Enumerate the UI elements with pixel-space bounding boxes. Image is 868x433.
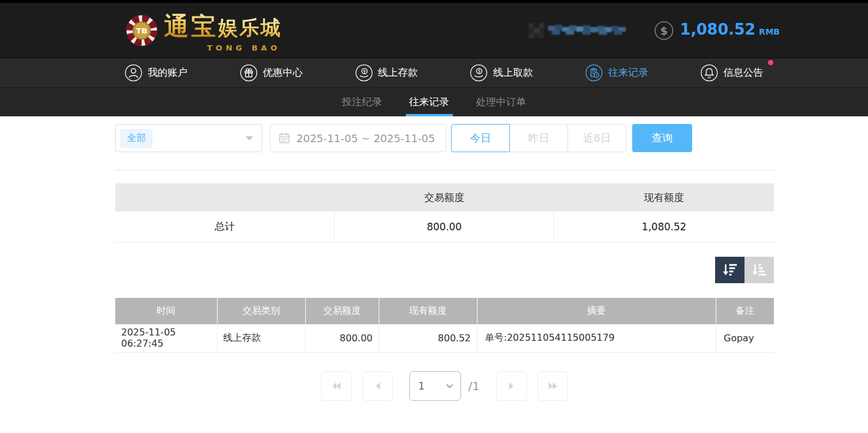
svg-text:$: $ — [478, 69, 481, 74]
pagination: 1 /1 — [115, 371, 774, 401]
col-header-balance: 现有额度 — [379, 298, 477, 324]
type-select-value: 全部 — [121, 129, 152, 147]
summary-transaction-total: 800.00 — [335, 212, 554, 242]
sort-descending-button[interactable] — [715, 257, 745, 283]
col-header-note: 备注 — [716, 298, 774, 324]
tab-transaction-records[interactable]: 往来记录 — [408, 88, 451, 116]
svg-text:$: $ — [660, 24, 668, 36]
hand-dollar-icon: $ — [470, 64, 488, 82]
brand-name-en: TONG BAO — [207, 43, 281, 52]
user-avatar-redacted — [529, 23, 544, 38]
type-select-dropdown[interactable]: 全部 — [115, 124, 262, 152]
summary-header-balance: 现有额度 — [554, 183, 774, 212]
summary-row: 总计 800.00 1,080.52 — [115, 212, 774, 242]
chip-label: TB — [136, 26, 148, 35]
nav-item-transaction-records[interactable]: 往来记录 — [585, 64, 648, 82]
tab-betting-records[interactable]: 投注纪录 — [340, 88, 384, 116]
balance-amount: 1,080.52 — [680, 21, 755, 38]
balance-currency: RMB — [759, 27, 780, 36]
summary-row-label: 总计 — [115, 212, 335, 242]
nav-label: 信息公告 — [723, 66, 763, 79]
dollar-coin-icon: $ — [654, 21, 674, 41]
nav-item-deposit[interactable]: 线上存款 — [355, 64, 418, 82]
col-header-type: 交易类别 — [217, 298, 305, 324]
nav-label: 我的账户 — [148, 66, 188, 79]
nav-item-announcements[interactable]: 信息公告 — [700, 64, 763, 82]
nav-label: 线上取款 — [493, 66, 533, 79]
site-logo[interactable]: TB 通宝娱乐城 TONG BAO — [125, 10, 282, 51]
nav-item-my-account[interactable]: 我的账户 — [125, 64, 188, 82]
chevron-right-icon — [508, 380, 516, 392]
summary-header-empty — [115, 183, 335, 212]
summary-table: 交易额度 现有额度 总计 800.00 1,080.52 — [115, 183, 774, 243]
cell-type: 线上存款 — [217, 324, 305, 353]
clipboard-clock-icon — [585, 64, 603, 82]
poker-chip-icon: TB — [125, 14, 158, 47]
sort-ascending-icon — [751, 263, 767, 277]
cell-balance: 800.52 — [379, 324, 477, 353]
records-table: 时间 交易类别 交易额度 现有额度 摘要 备注 2025-11-05 06:27… — [115, 298, 774, 353]
page-select[interactable]: 1 — [409, 371, 461, 401]
quick-date-group: 今日 昨日 近8日 — [451, 124, 626, 152]
hand-coin-icon — [355, 64, 373, 82]
chevron-down-icon — [246, 136, 253, 140]
bell-icon — [700, 64, 718, 82]
balance-display[interactable]: $ 1,080.52 RMB — [654, 21, 780, 41]
cell-amount: 800.00 — [305, 324, 379, 353]
brand-name-cn-primary: 通宝 — [164, 12, 218, 41]
username-redacted — [548, 24, 626, 38]
summary-header-transaction: 交易额度 — [335, 183, 554, 212]
tab-pending-orders[interactable]: 处理中订单 — [475, 88, 528, 116]
date-range-input[interactable]: 2025-11-05 ~ 2025-11-05 — [270, 124, 446, 152]
table-row: 2025-11-05 06:27:45 线上存款 800.00 800.52 单… — [115, 324, 774, 353]
chevron-left-icon — [373, 380, 382, 392]
section-divider — [115, 170, 774, 170]
filter-row: 全部 2025-11-05 ~ 2025-11-05 今日 昨日 近8日 查询 — [115, 124, 774, 152]
page-select-value: 1 — [418, 380, 425, 392]
cell-time: 2025-11-05 06:27:45 — [115, 324, 217, 353]
nav-label: 线上存款 — [378, 66, 418, 79]
first-page-button[interactable] — [321, 371, 352, 401]
sort-descending-icon — [722, 263, 738, 277]
user-block[interactable] — [529, 23, 626, 38]
notification-dot — [768, 60, 773, 65]
nav-item-promotions[interactable]: 优惠中心 — [240, 64, 303, 82]
site-header: TB 通宝娱乐城 TONG BAO — [0, 3, 868, 58]
chevron-down-icon — [446, 384, 453, 389]
page-total-label: /1 — [468, 379, 479, 393]
previous-page-button[interactable] — [362, 371, 393, 401]
calendar-icon — [279, 132, 290, 144]
quick-btn-today[interactable]: 今日 — [451, 124, 510, 152]
sort-ascending-button[interactable] — [745, 257, 774, 283]
col-header-amount: 交易额度 — [305, 298, 379, 324]
gift-icon — [240, 64, 258, 82]
quick-btn-yesterday[interactable]: 昨日 — [509, 124, 568, 152]
double-chevron-right-icon — [547, 380, 559, 392]
main-content: 全部 2025-11-05 ~ 2025-11-05 今日 昨日 近8日 查询 — [115, 124, 774, 401]
cell-summary: 单号:202511054115005179 — [477, 324, 716, 353]
cell-note: Gopay — [716, 324, 774, 353]
search-button[interactable]: 查询 — [632, 124, 692, 152]
date-range-value: 2025-11-05 ~ 2025-11-05 — [296, 132, 435, 145]
last-page-button[interactable] — [538, 371, 568, 401]
col-header-time: 时间 — [115, 298, 217, 324]
quick-btn-last8days[interactable]: 近8日 — [567, 124, 626, 152]
next-page-button[interactable] — [496, 371, 527, 401]
main-nav: 我的账户 优惠中心 线上存款 $ 线上取款 — [0, 58, 868, 87]
col-header-summary: 摘要 — [477, 298, 716, 324]
user-icon — [125, 64, 142, 82]
nav-item-withdraw[interactable]: $ 线上取款 — [470, 64, 533, 82]
sort-controls — [115, 257, 774, 283]
header-right: $ 1,080.52 RMB — [529, 21, 780, 41]
sub-tab-bar: 投注纪录 往来记录 处理中订单 — [0, 87, 868, 116]
double-chevron-left-icon — [330, 380, 342, 392]
nav-label: 优惠中心 — [263, 66, 303, 79]
brand-name-cn-secondary: 娱乐城 — [218, 16, 282, 39]
summary-balance-total: 1,080.52 — [554, 212, 774, 242]
nav-label: 往来记录 — [608, 66, 648, 79]
logo-text: 通宝娱乐城 TONG BAO — [164, 10, 282, 51]
